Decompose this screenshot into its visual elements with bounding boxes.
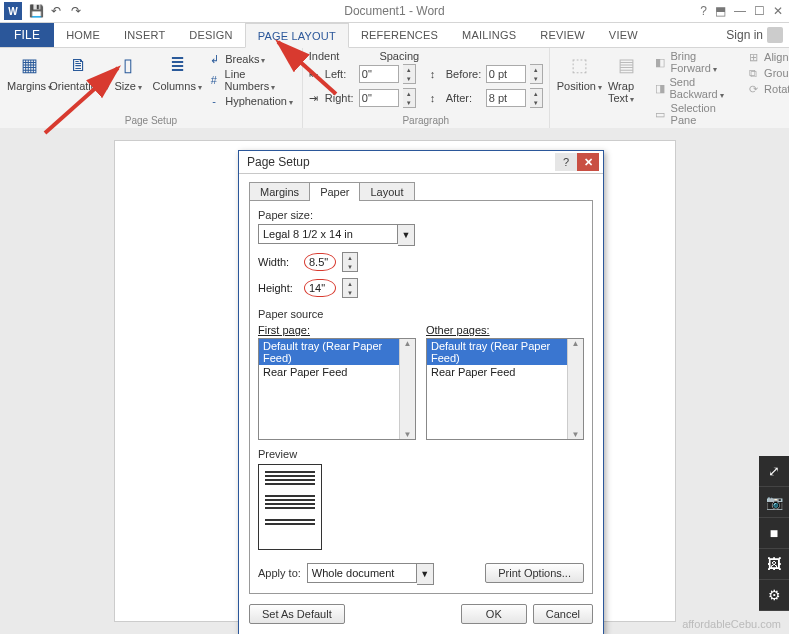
chevron-down-icon[interactable]: ▼ — [398, 224, 415, 246]
position-icon: ⬚ — [566, 52, 592, 78]
indent-left-input[interactable]: 0" — [359, 65, 399, 83]
help-icon[interactable]: ? — [700, 4, 707, 18]
after-label: After: — [446, 92, 482, 104]
indent-left-spinner[interactable]: ▲▼ — [403, 64, 416, 84]
tab-review[interactable]: REVIEW — [528, 23, 597, 47]
ribbon-options-icon[interactable]: ⬒ — [715, 4, 726, 18]
spacing-after-spinner[interactable]: ▲▼ — [530, 88, 543, 108]
dialog-help-icon[interactable]: ? — [555, 153, 577, 171]
scrollbar[interactable]: ▲▼ — [567, 339, 583, 439]
spacing-after-input[interactable]: 8 pt — [486, 89, 526, 107]
selection-pane-button[interactable]: ▭Selection Pane — [654, 102, 736, 126]
columns-button[interactable]: ≣ Columns — [153, 50, 201, 108]
send-backward-button[interactable]: ◨Send Backward — [654, 76, 736, 100]
group-button[interactable]: ⧉Group — [746, 66, 789, 80]
undo-icon[interactable]: ↶ — [48, 3, 64, 19]
set-as-default-button[interactable]: Set As Default — [249, 604, 345, 624]
apply-to-combo[interactable]: Whole document ▼ — [307, 563, 434, 585]
scrollbar[interactable]: ▲▼ — [399, 339, 415, 439]
size-label: Size — [114, 80, 141, 92]
tab-mailings[interactable]: MAILINGS — [450, 23, 528, 47]
title-bar: W 💾 ↶ ↷ Document1 - Word ? ⬒ — ☐ ✕ — [0, 0, 789, 23]
quick-access-toolbar: 💾 ↶ ↷ — [28, 3, 84, 19]
hyphenation-button[interactable]: -Hyphenation — [207, 94, 296, 108]
redo-icon[interactable]: ↷ — [68, 3, 84, 19]
spacing-before-spinner[interactable]: ▲▼ — [530, 64, 543, 84]
expand-icon[interactable]: ⤢ — [759, 456, 789, 487]
other-pages-listbox[interactable]: Default tray (Rear Paper Feed) Rear Pape… — [426, 338, 584, 440]
group-icon: ⧉ — [746, 66, 760, 80]
apply-to-label: Apply to: — [258, 567, 301, 579]
size-icon: ▯ — [115, 52, 141, 78]
tab-page-layout[interactable]: PAGE LAYOUT — [245, 23, 349, 48]
close-icon[interactable]: ✕ — [773, 4, 783, 18]
paper-source-label: Paper source — [258, 308, 584, 320]
wrap-text-label: Wrap Text — [608, 80, 645, 104]
tab-design[interactable]: DESIGN — [177, 23, 244, 47]
line-numbers-button[interactable]: #Line Numbers — [207, 68, 296, 92]
avatar-icon — [767, 27, 783, 43]
tab-view[interactable]: VIEW — [597, 23, 650, 47]
first-page-label: First page: — [258, 324, 416, 336]
dialog-tab-margins[interactable]: Margins — [249, 182, 310, 201]
list-item[interactable]: Default tray (Rear Paper Feed) — [427, 339, 583, 365]
page-setup-dialog: Page Setup ? ✕ Margins Paper Layout Pape… — [238, 150, 604, 634]
camera-icon[interactable]: 📷 — [759, 487, 789, 518]
list-item[interactable]: Rear Paper Feed — [259, 365, 415, 379]
height-label: Height: — [258, 282, 298, 294]
group-arrange: ⬚ Position ▤ Wrap Text ◧Bring Forward ◨S… — [550, 48, 789, 130]
gear-icon[interactable]: ⚙ — [759, 580, 789, 611]
video-icon[interactable]: ■ — [759, 518, 789, 549]
list-item[interactable]: Rear Paper Feed — [427, 365, 583, 379]
height-input[interactable]: 14" — [304, 279, 336, 297]
tab-references[interactable]: REFERENCES — [349, 23, 450, 47]
columns-icon: ≣ — [164, 52, 190, 78]
wrap-text-button[interactable]: ▤ Wrap Text — [607, 50, 646, 126]
breaks-button[interactable]: ↲Breaks — [207, 52, 296, 66]
group-paragraph-title: Paragraph — [309, 113, 543, 128]
paper-size-combo[interactable]: Legal 8 1/2 x 14 in ▼ — [258, 224, 584, 246]
left-label: Left: — [325, 68, 355, 80]
paper-size-value: Legal 8 1/2 x 14 in — [258, 224, 398, 244]
hyphenation-icon: - — [207, 94, 221, 108]
tab-insert[interactable]: INSERT — [112, 23, 177, 47]
sign-in-label: Sign in — [726, 28, 763, 42]
height-spinner[interactable]: ▲▼ — [342, 278, 358, 298]
margins-button[interactable]: ▦ Margins — [6, 50, 53, 108]
print-options-button[interactable]: Print Options... — [485, 563, 584, 583]
margins-label: Margins — [7, 80, 52, 92]
orientation-button[interactable]: 🗎 Orientation — [55, 50, 103, 108]
rotate-label: Rotate — [764, 83, 789, 95]
dialog-tab-layout[interactable]: Layout — [359, 182, 414, 201]
first-page-listbox[interactable]: Default tray (Rear Paper Feed) Rear Pape… — [258, 338, 416, 440]
ok-button[interactable]: OK — [461, 604, 527, 624]
sign-in[interactable]: Sign in — [720, 23, 789, 47]
size-button[interactable]: ▯ Size — [105, 50, 151, 108]
gallery-icon[interactable]: 🖼 — [759, 549, 789, 580]
spacing-before-input[interactable]: 0 pt — [486, 65, 526, 83]
indent-right-input[interactable]: 0" — [359, 89, 399, 107]
indent-heading: Indent — [309, 50, 340, 62]
dialog-tab-paper[interactable]: Paper — [309, 182, 360, 201]
chevron-down-icon[interactable]: ▼ — [417, 563, 434, 585]
ribbon-tabs: FILE HOME INSERT DESIGN PAGE LAYOUT REFE… — [0, 23, 789, 48]
bring-forward-button[interactable]: ◧Bring Forward — [654, 50, 736, 74]
indent-right-spinner[interactable]: ▲▼ — [403, 88, 416, 108]
width-spinner[interactable]: ▲▼ — [342, 252, 358, 272]
rotate-button[interactable]: ⟳Rotate — [746, 82, 789, 96]
dialog-close-icon[interactable]: ✕ — [577, 153, 599, 171]
group-label: Group — [764, 67, 789, 79]
tab-file[interactable]: FILE — [0, 23, 54, 47]
save-icon[interactable]: 💾 — [28, 3, 44, 19]
minimize-icon[interactable]: — — [734, 4, 746, 18]
maximize-icon[interactable]: ☐ — [754, 4, 765, 18]
tab-home[interactable]: HOME — [54, 23, 112, 47]
cancel-button[interactable]: Cancel — [533, 604, 593, 624]
dialog-title-bar[interactable]: Page Setup ? ✕ — [239, 151, 603, 174]
ribbon: ▦ Margins 🗎 Orientation ▯ Size ≣ Columns… — [0, 48, 789, 131]
width-input[interactable]: 8.5" — [304, 253, 336, 271]
align-button[interactable]: ⊞Align — [746, 50, 789, 64]
word-app-icon: W — [4, 2, 22, 20]
list-item[interactable]: Default tray (Rear Paper Feed) — [259, 339, 415, 365]
position-button[interactable]: ⬚ Position — [556, 50, 603, 126]
